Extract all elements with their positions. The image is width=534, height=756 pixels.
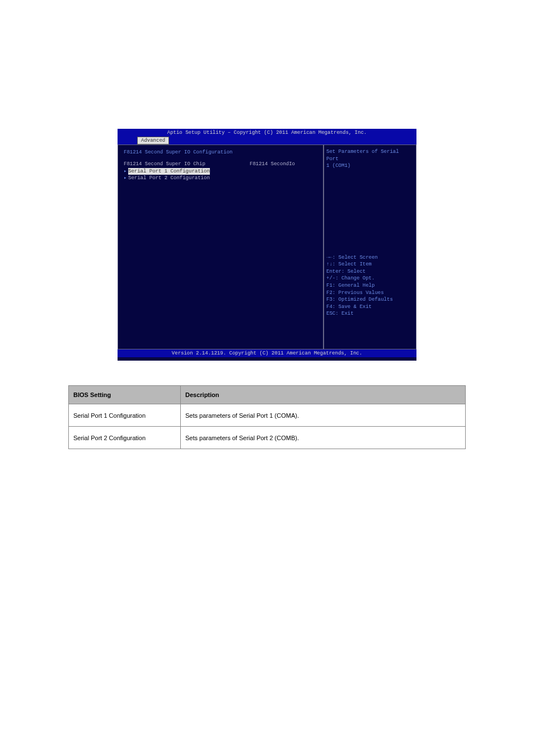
bios-titlebar: Aptio Setup Utility – Copyright (C) 2011… <box>118 129 416 137</box>
key-hint: +/-: Change Opt. <box>326 275 414 282</box>
table-header-setting: BIOS Setting <box>69 386 181 404</box>
table-row: Serial Port 2 Configuration Sets paramet… <box>69 427 466 449</box>
menu-item-label: Serial Port 2 Configuration <box>128 175 210 181</box>
chip-value: F81214 SecondIo <box>250 161 317 168</box>
key-hint: F3: Optimized Defaults <box>326 296 414 304</box>
table-cell-description: Sets parameters of Serial Port 2 (COMB). <box>181 427 466 449</box>
submenu-arrow-icon: ▸ <box>124 168 128 174</box>
key-hint: →←: Select Screen <box>326 254 414 262</box>
submenu-arrow-icon: ▸ <box>124 175 128 181</box>
table-cell-description: Sets parameters of Serial Port 1 (COMA). <box>181 404 466 427</box>
menu-item-label: Serial Port 1 Configuration <box>128 168 210 175</box>
help-keys: →←: Select Screen ↑↓: Select Item Enter:… <box>326 254 414 318</box>
key-hint: Enter: Select <box>326 268 414 276</box>
menu-item-serial-port-2[interactable]: ▸Serial Port 2 Configuration <box>124 175 317 182</box>
key-hint: F1: General Help <box>326 282 414 290</box>
table-header-description: Description <box>181 386 466 404</box>
table-header-row: BIOS Setting Description <box>69 386 466 404</box>
section-heading: F81214 Second Super IO Configuration <box>124 150 317 155</box>
bios-tab-row: Advanced <box>118 137 416 144</box>
tab-advanced[interactable]: Advanced <box>137 137 169 144</box>
key-hint: ESC: Exit <box>326 310 414 318</box>
bios-left-panel: F81214 Second Super IO Configuration F81… <box>118 144 324 349</box>
config-table: BIOS Setting Description Serial Port 1 C… <box>68 385 466 449</box>
bios-body: F81214 Second Super IO Configuration F81… <box>118 144 416 349</box>
key-hint: ↑↓: Select Item <box>326 261 414 268</box>
chip-info-row: F81214 Second Super IO Chip F81214 Secon… <box>124 161 317 168</box>
key-hint: F2: Previous Values <box>326 290 414 297</box>
menu-item-serial-port-1[interactable]: ▸Serial Port 1 Configuration <box>124 168 317 175</box>
table-row: Serial Port 1 Configuration Sets paramet… <box>69 404 466 427</box>
bios-right-panel: Set Parameters of Serial Port 1 (COM1) →… <box>324 144 416 349</box>
bios-window: Aptio Setup Utility – Copyright (C) 2011… <box>118 129 416 361</box>
bios-footer: Version 2.14.1219. Copyright (C) 2011 Am… <box>118 349 416 357</box>
key-hint: F4: Save & Exit <box>326 304 414 311</box>
table-cell-setting: Serial Port 1 Configuration <box>69 404 181 427</box>
chip-label: F81214 Second Super IO Chip <box>124 161 205 168</box>
help-line: Set Parameters of Serial Port <box>326 148 414 162</box>
help-text: Set Parameters of Serial Port 1 (COM1) <box>326 148 414 170</box>
help-line: 1 (COM1) <box>326 162 414 170</box>
table-cell-setting: Serial Port 2 Configuration <box>69 427 181 449</box>
